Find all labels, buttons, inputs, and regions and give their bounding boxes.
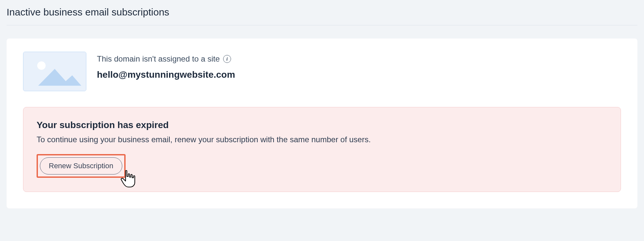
business-email-address: hello@mystunningwebsite.com [97, 69, 235, 80]
renew-subscription-button[interactable]: Renew Subscription [40, 157, 122, 174]
renew-button-highlight: Renew Subscription [37, 154, 126, 178]
cursor-pointer-icon [120, 169, 136, 188]
alert-title: Your subscription has expired [37, 120, 607, 130]
subscription-card: This domain isn't assigned to a site i h… [7, 39, 637, 208]
site-thumbnail-placeholder [23, 52, 86, 91]
domain-info: This domain isn't assigned to a site i h… [97, 52, 235, 80]
expired-alert: Your subscription has expired To continu… [23, 107, 621, 192]
alert-description: To continue using your business email, r… [37, 135, 607, 144]
domain-not-assigned-text: This domain isn't assigned to a site [97, 54, 220, 64]
image-placeholder-icon [23, 52, 86, 91]
domain-row: This domain isn't assigned to a site i h… [23, 52, 621, 91]
domain-not-assigned-row: This domain isn't assigned to a site i [97, 54, 235, 64]
page-title: Inactive business email subscriptions [7, 7, 637, 25]
info-icon[interactable]: i [223, 55, 231, 63]
svg-point-1 [37, 62, 46, 70]
